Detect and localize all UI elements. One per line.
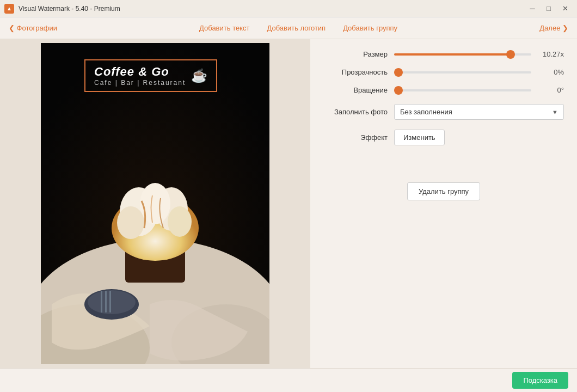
fill-photo-dropdown[interactable]: Без заполнения ▼ [394,104,564,120]
watermark-subtitle: Cafe | Bar | Restaurant [94,79,186,87]
add-group-button[interactable]: Добавить группу [343,24,397,32]
svg-rect-28 [105,291,107,313]
main-content: Coffee & Go Cafe | Bar | Restaurant ☕ Ра… [0,39,577,368]
maximize-button[interactable]: □ [541,3,556,15]
toolbar-left: ❮ Фотографии [9,24,57,32]
transparency-slider-thumb[interactable] [394,68,403,77]
watermark-text: Coffee & Go Cafe | Bar | Restaurant [94,65,186,87]
effect-control-row: Эффект Изменить [323,130,564,145]
next-button[interactable]: Далее ❯ [539,24,568,32]
hint-button[interactable]: Подсказка [512,372,568,389]
svg-rect-29 [109,291,111,313]
size-slider-thumb[interactable] [506,50,515,59]
effect-change-button[interactable]: Изменить [394,130,445,145]
image-area: Coffee & Go Cafe | Bar | Restaurant ☕ [0,39,310,368]
watermark-overlay[interactable]: Coffee & Go Cafe | Bar | Restaurant ☕ [84,59,217,92]
fill-photo-row: Заполнить фото Без заполнения ▼ [323,104,564,120]
right-panel: Размер 10.27x Прозрачность 0% Вр [310,39,577,368]
toolbar-right: Далее ❯ [539,24,568,32]
transparency-slider-container: 0% [394,68,564,76]
minimize-button[interactable]: ─ [525,3,540,15]
toolbar-center: Добавить текст Добавить логотип Добавить… [199,24,397,32]
svg-point-23 [117,206,144,239]
size-control-row: Размер 10.27x [323,50,564,58]
svg-rect-27 [101,291,102,313]
rotation-control-row: Вращение 0° [323,86,564,94]
watermark-coffee-icon: ☕ [191,68,207,83]
svg-point-24 [168,206,192,237]
size-slider-fill [394,53,511,56]
watermark-title: Coffee & Go [94,65,186,79]
title-bar: ▲ Visual Watermark - 5.40 - Premium ─ □ … [0,0,577,17]
bottom-bar: Подсказка [0,368,577,392]
size-value: 10.27x [537,50,564,58]
size-label: Размер [323,50,394,58]
image-container: Coffee & Go Cafe | Bar | Restaurant ☕ [41,43,269,364]
rotation-slider-container: 0° [394,86,564,94]
delete-group-button[interactable]: Удалить группу [407,182,480,200]
add-logo-button[interactable]: Добавить логотип [267,24,326,32]
add-text-button[interactable]: Добавить текст [199,24,249,32]
title-bar-left: ▲ Visual Watermark - 5.40 - Premium [4,4,120,14]
transparency-control-row: Прозрачность 0% [323,68,564,76]
window-controls: ─ □ ✕ [525,3,573,15]
toolbar: ❮ Фотографии Добавить текст Добавить лог… [0,17,577,39]
effect-label: Эффект [323,133,394,142]
rotation-label: Вращение [323,86,394,94]
rotation-value: 0° [537,86,564,94]
app-title: Visual Watermark - 5.40 - Premium [19,5,120,13]
svg-point-26 [88,290,136,314]
fill-dropdown-container: Без заполнения ▼ [394,104,564,120]
rotation-slider-track[interactable] [394,89,531,91]
dropdown-arrow-icon: ▼ [552,109,558,115]
delete-group-container: Удалить группу [323,171,564,200]
rotation-slider-thumb[interactable] [394,86,403,95]
fill-photo-label: Заполнить фото [323,108,394,116]
close-button[interactable]: ✕ [557,3,573,15]
size-slider-container: 10.27x [394,50,564,58]
fill-photo-value: Без заполнения [400,108,452,116]
transparency-slider-track[interactable] [394,71,531,74]
transparency-value: 0% [537,68,564,76]
transparency-label: Прозрачность [323,68,394,76]
app-icon: ▲ [4,4,14,14]
size-slider-track[interactable] [394,53,531,56]
back-photos-button[interactable]: ❮ Фотографии [9,24,57,32]
